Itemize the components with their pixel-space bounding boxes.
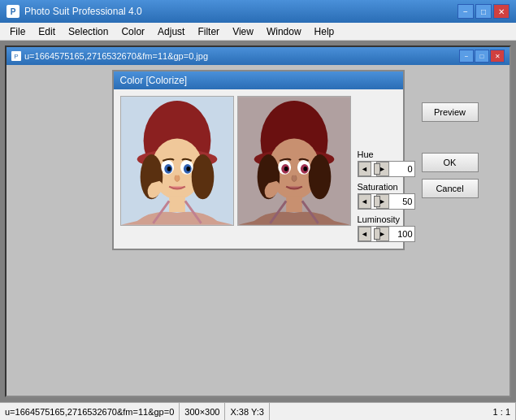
dialog-title-bar: Color [Colorize] — [114, 71, 403, 89]
status-coordinates-text: X:38 Y:3 — [230, 407, 263, 417]
hue-thumb[interactable] — [374, 163, 380, 175]
svg-rect-27 — [286, 196, 302, 212]
minimize-button[interactable]: − — [457, 4, 474, 19]
saturation-label: Saturation — [358, 182, 415, 192]
colorized-preview — [237, 96, 351, 226]
menu-color[interactable]: Color — [115, 24, 151, 39]
status-zoom-text: 1 : 1 — [493, 407, 510, 417]
status-bar: u=1664575165,2716532670&fm=11&gp=0 300×3… — [0, 402, 516, 420]
app-icon: P — [7, 5, 20, 18]
right-panel: Hue ◄ ► 0 — [358, 96, 415, 242]
svg-point-5 — [191, 154, 214, 199]
status-dimensions: 300×300 — [180, 403, 225, 420]
inner-title-left: P u=1664575165,2716532670&fm=11&gp=0.jpg — [11, 51, 208, 61]
close-button[interactable]: ✕ — [493, 4, 509, 19]
original-preview — [120, 96, 234, 226]
status-coordinates: X:38 Y:3 — [225, 403, 269, 420]
ok-button[interactable]: OK — [422, 153, 479, 172]
menu-adjust[interactable]: Adjust — [151, 24, 191, 39]
inner-window-title-bar: P u=1664575165,2716532670&fm=11&gp=0.jpg… — [7, 47, 509, 65]
inner-minimize-button[interactable]: − — [459, 50, 474, 63]
hue-value: 0 — [392, 164, 414, 174]
menu-help[interactable]: Help — [308, 24, 341, 39]
sliders-container: Hue ◄ ► 0 — [358, 145, 415, 242]
status-zoom: 1 : 1 — [488, 403, 516, 420]
hue-slider-row[interactable]: ◄ ► 0 — [358, 161, 415, 177]
saturation-group: Saturation ◄ ► 50 — [358, 182, 415, 210]
svg-point-25 — [284, 167, 288, 171]
inner-close-button[interactable]: ✕ — [490, 50, 505, 63]
menu-window[interactable]: Window — [260, 24, 308, 39]
menu-filter[interactable]: Filter — [191, 24, 226, 39]
inner-window: P u=1664575165,2716532670&fm=11&gp=0.jpg… — [5, 45, 511, 397]
inner-window-title: u=1664575165,2716532670&fm=11&gp=0.jpg — [24, 51, 208, 61]
dialog-body: Hue ◄ ► 0 — [114, 89, 403, 249]
buttons-side: Preview OK Cancel — [422, 96, 479, 242]
saturation-left-arrow[interactable]: ◄ — [358, 194, 371, 209]
menu-selection[interactable]: Selection — [62, 24, 115, 39]
menu-view[interactable]: View — [226, 24, 260, 39]
inner-body: Color [Colorize] — [7, 65, 509, 255]
title-bar-controls: − □ ✕ — [457, 4, 509, 19]
hue-left-arrow[interactable]: ◄ — [358, 162, 371, 176]
luminosity-slider-row[interactable]: ◄ ► 100 — [358, 226, 415, 242]
preview-area — [120, 96, 351, 242]
luminosity-value: 100 — [392, 229, 414, 239]
svg-point-11 — [186, 167, 190, 171]
cancel-button[interactable]: Cancel — [422, 179, 479, 198]
svg-point-10 — [167, 167, 171, 171]
inner-window-controls: − □ ✕ — [458, 50, 505, 63]
hue-label: Hue — [358, 149, 415, 159]
luminosity-group: Luminosity ◄ ► 100 — [358, 214, 415, 242]
title-bar: P Photo Suit Professional 4.0 − □ ✕ — [0, 0, 516, 23]
dialog-title: Color [Colorize] — [120, 75, 188, 86]
saturation-value: 50 — [392, 197, 414, 206]
colorize-dialog: Color [Colorize] — [112, 70, 405, 250]
saturation-slider-row[interactable]: ◄ ► 50 — [358, 193, 415, 210]
svg-point-26 — [303, 167, 307, 171]
saturation-thumb[interactable] — [374, 196, 380, 207]
luminosity-thumb[interactable] — [374, 228, 380, 240]
maximize-button[interactable]: □ — [475, 4, 492, 19]
inner-maximize-button[interactable]: □ — [475, 50, 489, 63]
svg-point-20 — [308, 154, 331, 199]
menu-bar: File Edit Selection Color Adjust Filter … — [0, 23, 516, 41]
menu-file[interactable]: File — [3, 24, 32, 39]
app-title: Photo Suit Professional 4.0 — [24, 6, 142, 17]
menu-edit[interactable]: Edit — [32, 24, 62, 39]
status-url: u=1664575165,2716532670&fm=11&gp=0 — [0, 403, 180, 420]
status-dimensions-text: 300×300 — [184, 407, 219, 417]
status-url-text: u=1664575165,2716532670&fm=11&gp=0 — [5, 407, 174, 417]
title-bar-left: P Photo Suit Professional 4.0 — [7, 5, 142, 18]
hue-group: Hue ◄ ► 0 — [358, 149, 415, 177]
preview-button[interactable]: Preview — [422, 102, 479, 122]
luminosity-label: Luminosity — [358, 214, 415, 224]
luminosity-left-arrow[interactable]: ◄ — [358, 227, 371, 241]
svg-rect-12 — [169, 196, 185, 212]
inner-icon: P — [11, 51, 21, 61]
main-content: P u=1664575165,2716532670&fm=11&gp=0.jpg… — [0, 41, 516, 402]
